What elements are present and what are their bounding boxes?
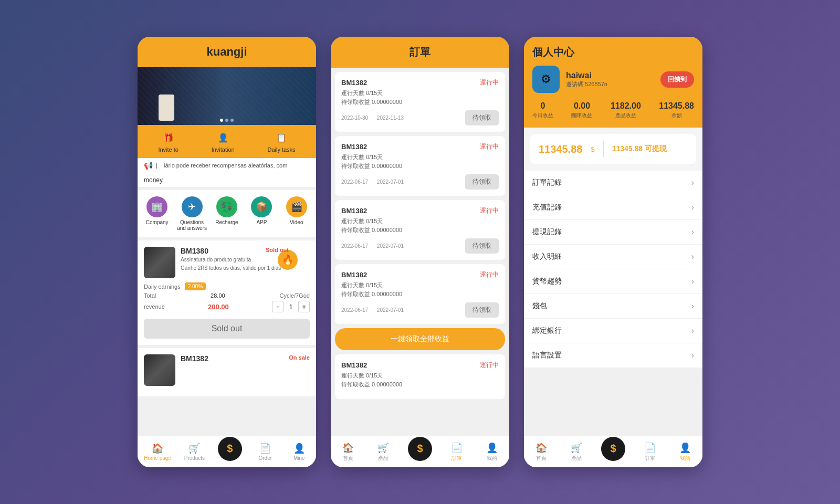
- menu-income-arrow: ›: [691, 252, 694, 261]
- p2-nav-order[interactable]: 📄 訂單: [446, 442, 467, 462]
- signin-button[interactable]: 回饋到: [660, 71, 694, 88]
- order5-earnings: 待領取收益 0.00000000: [341, 381, 499, 388]
- marquee-content: iário pode receber recompensas aleatória…: [164, 162, 287, 169]
- phone3-header: 個人中心 ⚙ haiwai 邀請碼 526857n 回饋到 0 今日收益 0.0…: [524, 37, 702, 128]
- marquee-icon: 📢: [144, 161, 153, 170]
- icon-video[interactable]: 🎬 Video: [281, 196, 312, 231]
- p3-nav-mine[interactable]: 👤 我的: [675, 442, 696, 462]
- order3-top: BM1382 運行中: [341, 206, 499, 215]
- icon-app[interactable]: 📦 APP: [246, 196, 277, 231]
- phone2-bottom-nav: 🏠 首頁 🛒 產品 $ 📄 訂單 👤 我的: [331, 436, 509, 467]
- collect-all-button[interactable]: 一鍵領取全部收益: [335, 328, 505, 350]
- menu-bank[interactable]: 綁定銀行 ›: [524, 319, 702, 343]
- order4-collect-btn[interactable]: 待領取: [465, 302, 499, 318]
- p3-nav-center-btn[interactable]: $: [601, 437, 625, 461]
- company-label: Company: [146, 219, 169, 225]
- order2-days: 運行天數 0/15天: [341, 153, 499, 161]
- menu-wallet-arrow: ›: [691, 301, 694, 311]
- action-invite-label: Invite to: [158, 146, 178, 153]
- balance-unit: $: [591, 145, 594, 153]
- phone3-title: 個人中心: [532, 45, 694, 59]
- nav-order[interactable]: 📄 Order: [255, 443, 276, 461]
- company-icon: 🏢: [146, 196, 167, 217]
- order1-earnings: 待領取收益 0.00000000: [341, 98, 499, 106]
- p3-nav-products[interactable]: 🛒 產品: [566, 442, 587, 462]
- earnings-value: 2.00%: [185, 282, 206, 290]
- phone1-bottom-nav: 🏠 Home page 🛒 Products $ 📄 Order 👤 Mine: [138, 436, 316, 467]
- order2-id: BM1382: [341, 143, 367, 151]
- stat-today-val: 0: [532, 101, 553, 111]
- p2-nav-center-btn[interactable]: $: [408, 437, 432, 461]
- menu-recharge-label: 充值記錄: [532, 203, 562, 212]
- order4-days: 運行天數 0/15天: [341, 281, 499, 289]
- p3-nav-home[interactable]: 🏠 首頁: [531, 442, 552, 462]
- order2-earnings: 待領取收益 0.00000000: [341, 162, 499, 170]
- nav-products[interactable]: 🛒 Products: [184, 443, 205, 461]
- stat-team-label: 團隊收益: [571, 112, 592, 119]
- menu-wallet-label: 錢包: [532, 301, 547, 311]
- product1-thumb: [144, 247, 175, 278]
- menu-income[interactable]: 收入明細 ›: [524, 245, 702, 269]
- stat-product: 1182.00 產品收益: [611, 101, 641, 119]
- order3-actions: 2022-06-17 2022-07-01 待領取: [341, 238, 499, 254]
- action-daily-tasks-label: Daily tasks: [267, 146, 295, 153]
- action-invitation[interactable]: 👤 Invitation: [212, 130, 235, 153]
- nav-home[interactable]: 🏠 Home page: [144, 443, 171, 461]
- order-icon: 📄: [259, 443, 271, 454]
- phone-1: kuangji 🎁 Invite to 👤 Invitation 📋 Daily…: [138, 37, 316, 467]
- action-daily-tasks[interactable]: 📋 Daily tasks: [267, 130, 295, 153]
- nav-mine[interactable]: 👤 Mine: [289, 443, 310, 461]
- order4-earnings: 待領取收益 0.00000000: [341, 290, 499, 298]
- nav-center-dollar-btn[interactable]: $: [218, 437, 242, 461]
- p2-nav-products[interactable]: 🛒 產品: [373, 442, 394, 462]
- menu-withdraw[interactable]: 提現記錄 ›: [524, 220, 702, 245]
- p2-nav-home[interactable]: 🏠 首頁: [338, 442, 359, 462]
- stat-balance-val: 11345.88: [659, 101, 694, 111]
- profile-info: haiwai 邀請碼 526857n: [566, 71, 654, 88]
- order1-collect-btn[interactable]: 待領取: [465, 110, 499, 125]
- order2-collect-btn[interactable]: 待領取: [465, 174, 499, 190]
- app-label: APP: [256, 219, 267, 225]
- order5-days: 運行天數 0/15天: [341, 372, 499, 380]
- username-label: haiwai: [566, 71, 654, 80]
- total-label: Total: [144, 292, 156, 299]
- icon-company[interactable]: 🏢 Company: [142, 196, 172, 231]
- p3-order-icon: 📄: [644, 442, 656, 454]
- phone1-quick-actions: 🎁 Invite to 👤 Invitation 📋 Daily tasks: [138, 125, 316, 158]
- order-card-3: BM1382 運行中 運行天數 0/15天 待領取收益 0.00000000 2…: [335, 200, 505, 260]
- qty-plus-btn[interactable]: +: [298, 301, 310, 312]
- menu-recharge[interactable]: 充值記錄 ›: [524, 195, 702, 220]
- action-invite[interactable]: 🎁 Invite to: [158, 130, 178, 153]
- order4-top: BM1382 運行中: [341, 270, 499, 279]
- p2-mine-icon: 👤: [486, 442, 498, 454]
- menu-wallet[interactable]: 錢包 ›: [524, 294, 702, 319]
- nav-mine-label: Mine: [293, 455, 305, 461]
- order1-status: 運行中: [480, 78, 499, 87]
- balance-available: 11345.88 可提現: [612, 144, 667, 154]
- menu-language-label: 語言設置: [532, 351, 562, 360]
- invitation-icon: 👤: [216, 130, 230, 145]
- order4-actions: 2022-06-17 2022-07-01 待領取: [341, 302, 499, 318]
- order1-days: 運行天數 0/15天: [341, 89, 499, 97]
- menu-orders[interactable]: 訂單記錄 ›: [524, 171, 702, 195]
- order3-collect-btn[interactable]: 待領取: [465, 238, 499, 254]
- p3-nav-order[interactable]: 📄 訂單: [639, 442, 660, 462]
- menu-language[interactable]: 語言設置 ›: [524, 343, 702, 368]
- menu-currency[interactable]: 貨幣趨勢 ›: [524, 269, 702, 294]
- product1-price: 200.00: [208, 303, 229, 311]
- soldout-button[interactable]: Sold out: [144, 319, 310, 339]
- recharge-icon: 💱: [216, 196, 237, 217]
- phone2-header: 訂單: [331, 37, 509, 68]
- qa-icon: ✈: [182, 196, 203, 217]
- p2-nav-mine-label: 我的: [487, 455, 497, 462]
- icon-recharge[interactable]: 💱 Recharge: [212, 196, 242, 231]
- p2-nav-mine[interactable]: 👤 我的: [481, 442, 502, 462]
- qty-control: - 1 +: [272, 301, 310, 312]
- stat-balance-label: 余額: [659, 112, 694, 119]
- phone3-profile: ⚙ haiwai 邀請碼 526857n 回饋到: [532, 66, 694, 93]
- p2-nav-products-label: 產品: [378, 455, 388, 462]
- marquee-text: |: [156, 162, 161, 169]
- icon-qa[interactable]: ✈ Questions and answers: [176, 196, 207, 231]
- qty-minus-btn[interactable]: -: [272, 301, 284, 312]
- phone1-header: kuangji: [138, 37, 316, 67]
